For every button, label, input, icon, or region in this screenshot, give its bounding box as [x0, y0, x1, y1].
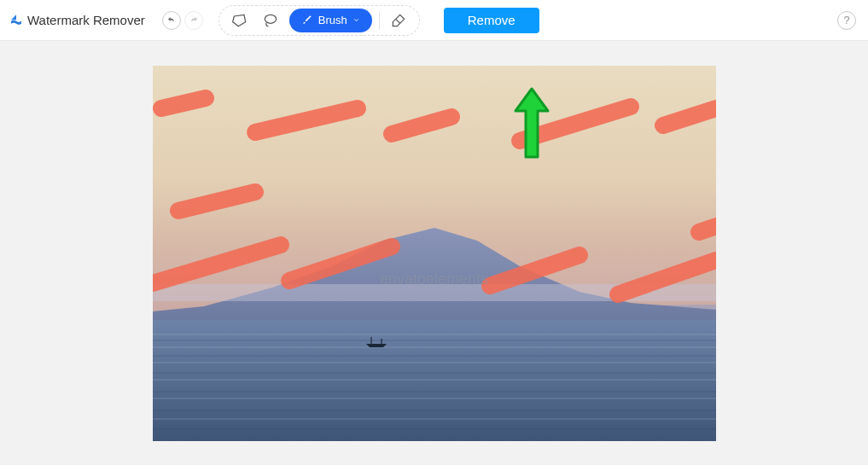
eraser-icon — [390, 12, 407, 29]
redo-icon — [189, 15, 199, 26]
chevron-down-icon — [352, 16, 360, 24]
app-title: Watermark Remover — [27, 13, 145, 27]
svg-rect-4 — [153, 320, 716, 441]
image-canvas[interactable]: envatoelements — [153, 66, 716, 441]
lasso-icon — [262, 12, 279, 29]
toolbar-divider — [379, 11, 380, 30]
redo-button[interactable] — [184, 11, 203, 30]
toolbar: Watermark Remover — [0, 0, 868, 41]
brush-label: Brush — [318, 14, 347, 26]
canvas-area: envatoelements — [0, 41, 868, 465]
svg-point-0 — [265, 15, 276, 23]
brush-tool[interactable]: Brush — [289, 9, 372, 32]
lasso-tool[interactable] — [259, 9, 283, 32]
remove-button[interactable]: Remove — [444, 8, 539, 33]
tool-group: Brush — [218, 5, 420, 36]
polygon-icon — [231, 12, 248, 29]
svg-line-1 — [395, 19, 399, 23]
app-title-wrap: Watermark Remover — [9, 13, 145, 28]
undo-button[interactable] — [162, 11, 181, 30]
polygon-tool[interactable] — [228, 9, 252, 32]
help-button[interactable]: ? — [837, 11, 856, 30]
app-logo-icon — [9, 13, 24, 28]
brush-icon — [301, 15, 313, 26]
sample-image — [153, 66, 716, 441]
history-controls — [162, 11, 203, 30]
eraser-tool[interactable] — [387, 9, 411, 32]
help-icon: ? — [843, 14, 849, 26]
undo-icon — [166, 15, 177, 26]
